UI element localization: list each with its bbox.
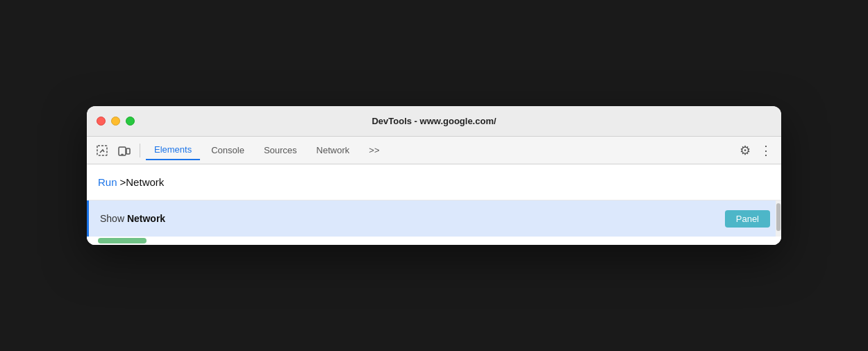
device-toggle-icon[interactable] <box>115 141 134 160</box>
result-row[interactable]: Show Network Panel <box>87 200 781 237</box>
ellipsis-icon: ⋮ <box>760 144 772 157</box>
window-title: DevTools - www.google.com/ <box>372 116 496 126</box>
toolbar-separator <box>140 144 140 157</box>
result-highlight: Network <box>127 213 165 224</box>
minimize-button[interactable] <box>111 117 120 126</box>
maximize-button[interactable] <box>126 117 135 126</box>
close-button[interactable] <box>97 117 106 126</box>
scrollbar-track <box>776 200 781 237</box>
toolbar-right-actions: ⚙ ⋮ <box>735 141 776 160</box>
command-input-row: Run <box>87 164 781 200</box>
devtools-toolbar: Elements Console Sources Network >> ⚙ ⋮ <box>87 137 781 164</box>
result-text: Show Network <box>100 213 725 224</box>
devtools-window: DevTools - www.google.com/ Elements Cons… <box>87 106 781 245</box>
tab-console[interactable]: Console <box>203 141 253 160</box>
tab-sources[interactable]: Sources <box>256 141 306 160</box>
tab-network[interactable]: Network <box>308 141 358 160</box>
tab-more[interactable]: >> <box>360 141 387 160</box>
devtools-body: Run Show Network Panel <box>87 164 781 245</box>
svg-rect-2 <box>126 148 130 154</box>
green-indicator <box>98 238 147 243</box>
bottom-hint-bar <box>87 237 781 245</box>
tab-elements[interactable]: Elements <box>146 141 200 160</box>
panel-badge[interactable]: Panel <box>725 210 770 228</box>
scrollbar-thumb <box>776 203 781 231</box>
titlebar: DevTools - www.google.com/ <box>87 106 781 137</box>
gear-icon: ⚙ <box>740 143 751 158</box>
inspector-icon[interactable] <box>92 141 112 160</box>
traffic-lights <box>97 117 135 126</box>
settings-icon[interactable]: ⚙ <box>735 141 755 160</box>
more-options-icon[interactable]: ⋮ <box>756 141 776 160</box>
run-label: Run <box>98 176 117 188</box>
command-input[interactable] <box>120 176 770 188</box>
